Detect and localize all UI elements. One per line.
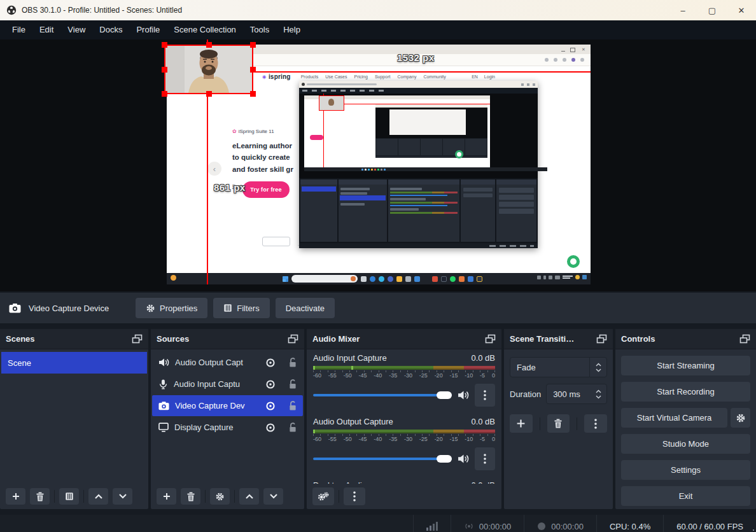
scene-up-button[interactable] <box>88 488 108 505</box>
menu-profile[interactable]: Profile <box>129 20 167 39</box>
statusbar: 00:00:00 00:00:00 CPU: 0.4% 60.00 / 60.0… <box>0 515 756 532</box>
stream-timer: 00:00:00 <box>451 515 524 532</box>
add-scene-button[interactable] <box>6 488 25 505</box>
nested-titlebar <box>299 81 538 88</box>
popout-icon[interactable] <box>132 334 143 344</box>
volume-slider-handle[interactable] <box>437 455 452 463</box>
volume-slider[interactable] <box>313 458 452 460</box>
volume-slider[interactable] <box>313 394 452 396</box>
resize-grip[interactable] <box>748 529 754 532</box>
source-properties-button[interactable] <box>210 488 230 505</box>
remove-source-button[interactable] <box>181 488 200 505</box>
menu-view[interactable]: View <box>60 20 92 39</box>
mixer-db: 0.0 dB <box>471 480 495 484</box>
filters-icon <box>223 304 232 312</box>
menu-scene-collection[interactable]: Scene Collection <box>167 20 243 39</box>
settings-button[interactable]: Settings <box>621 460 750 480</box>
lock-open-icon[interactable] <box>288 379 298 389</box>
volume-slider-handle[interactable] <box>437 391 452 399</box>
mixer-options-button[interactable] <box>475 384 495 407</box>
lock-open-icon[interactable] <box>288 422 298 433</box>
filters-button[interactable]: Filters <box>213 298 269 318</box>
ispring-nav-company: Company <box>397 74 416 79</box>
visibility-eye-icon[interactable] <box>265 422 276 433</box>
transform-handle[interactable] <box>250 91 256 97</box>
mixer-db: 0.0 dB <box>471 417 495 426</box>
gear-icon <box>736 413 746 423</box>
close-button[interactable]: ✕ <box>727 0 756 20</box>
scene-filters-button[interactable] <box>59 488 79 505</box>
taskbar-app-icon <box>423 276 429 282</box>
remove-scene-button[interactable] <box>30 488 50 505</box>
transform-handle[interactable] <box>250 67 256 73</box>
captured-close-icon: ✕ <box>582 48 585 51</box>
mixer-name: Desktop Audio <box>313 480 367 484</box>
minimize-button[interactable]: – <box>668 0 697 20</box>
dots-vertical-icon <box>484 454 486 464</box>
menu-file[interactable]: File <box>5 20 32 39</box>
webcam-video <box>165 46 252 93</box>
visibility-eye-icon[interactable] <box>265 379 276 390</box>
visibility-eye-icon[interactable] <box>265 357 276 368</box>
menu-help[interactable]: Help <box>276 20 307 39</box>
exit-button[interactable]: Exit <box>621 486 750 506</box>
source-up-button[interactable] <box>239 488 259 505</box>
virtual-camera-config-button[interactable] <box>731 408 750 428</box>
transitions-title: Scene Transiti… <box>510 334 574 344</box>
plus-icon <box>162 492 171 501</box>
volume-meter <box>313 430 495 433</box>
transform-handle[interactable] <box>206 42 212 48</box>
speaker-icon[interactable] <box>458 390 469 400</box>
transform-handle[interactable] <box>162 42 167 48</box>
transform-handle[interactable] <box>206 91 212 97</box>
transition-properties-button[interactable] <box>584 414 607 433</box>
popout-icon[interactable] <box>739 334 750 344</box>
select-chevrons-icon[interactable] <box>589 358 606 377</box>
mixer-db: 0.0 dB <box>471 353 495 363</box>
lock-open-icon[interactable] <box>288 400 298 411</box>
source-row-audio-output[interactable]: Audio Output Capt <box>152 352 303 373</box>
scene-list-item[interactable]: Scene <box>1 352 147 374</box>
start-recording-button[interactable]: Start Recording <box>621 382 750 402</box>
trash-icon <box>554 419 563 428</box>
source-row-audio-input[interactable]: Audio Input Captu <box>152 374 303 395</box>
transform-handle[interactable] <box>250 42 256 48</box>
trash-icon <box>36 492 45 501</box>
source-row-video-capture[interactable]: Video Capture Dev <box>152 395 303 416</box>
transition-select[interactable]: Fade <box>510 357 607 377</box>
lock-open-icon[interactable] <box>288 357 298 368</box>
mixer-menu-button[interactable] <box>344 487 365 505</box>
duration-spinbox[interactable]: 300 ms <box>546 384 607 404</box>
remove-transition-button[interactable] <box>547 414 570 433</box>
advanced-audio-button[interactable] <box>312 487 334 505</box>
popout-icon[interactable] <box>288 334 298 344</box>
scenes-title: Scenes <box>6 334 35 344</box>
mixer-options-button[interactable] <box>475 447 495 470</box>
start-streaming-button[interactable]: Start Streaming <box>621 356 750 375</box>
menu-tools[interactable]: Tools <box>243 20 276 39</box>
measure-width-label: 1532 px <box>397 52 435 63</box>
scene-down-button[interactable] <box>113 488 132 505</box>
popout-icon[interactable] <box>485 334 496 344</box>
source-down-button[interactable] <box>263 488 283 505</box>
properties-button[interactable]: Properties <box>136 298 207 318</box>
maximize-button[interactable]: ▢ <box>697 0 727 20</box>
deactivate-button[interactable]: Deactivate <box>276 298 335 318</box>
broadcast-icon <box>464 522 474 531</box>
studio-mode-button[interactable]: Studio Mode <box>621 434 750 454</box>
start-virtual-camera-button[interactable]: Start Virtual Camera <box>621 408 727 428</box>
webcam-source-selection[interactable] <box>164 45 253 94</box>
popout-icon[interactable] <box>596 334 607 344</box>
taskbar-app-icon <box>379 276 384 282</box>
spin-chevrons-icon[interactable] <box>590 384 606 403</box>
add-source-button[interactable] <box>157 488 176 505</box>
source-row-display-capture[interactable]: Display Capture <box>152 417 303 438</box>
transform-handle[interactable] <box>162 67 167 73</box>
menu-edit[interactable]: Edit <box>32 20 60 39</box>
add-transition-button[interactable] <box>510 414 533 433</box>
measure-height-label: 861 px <box>214 182 246 193</box>
transform-handle[interactable] <box>162 91 167 97</box>
speaker-icon[interactable] <box>458 454 469 464</box>
menu-docks[interactable]: Docks <box>92 20 129 39</box>
visibility-eye-icon[interactable] <box>265 400 276 412</box>
